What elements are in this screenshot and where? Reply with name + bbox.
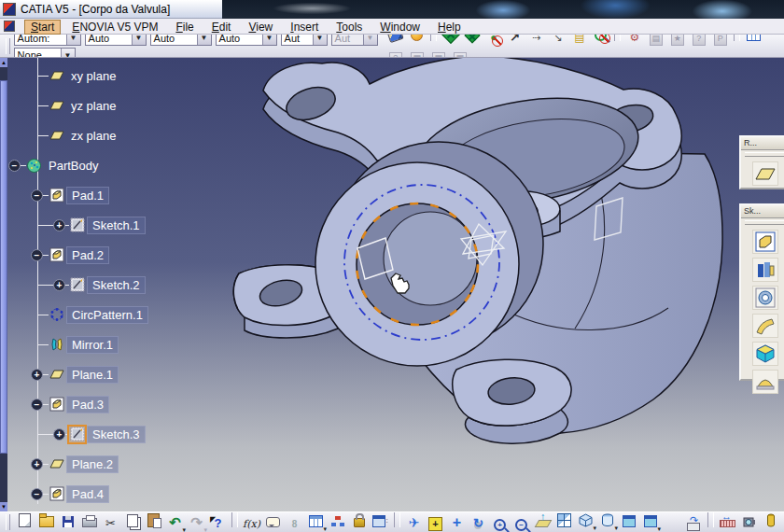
new-document-icon[interactable]: [15, 511, 35, 529]
menu-item-insert[interactable]: Insert: [284, 20, 325, 35]
whatsthis-gray-icon[interactable]: ?: [689, 35, 708, 48]
target-icon[interactable]: ↘: [548, 35, 567, 47]
measure-item-icon[interactable]: [739, 512, 759, 530]
tree-item-yz-plane[interactable]: yz plane: [0, 93, 215, 118]
pad-big-icon[interactable]: [752, 230, 778, 254]
quad-view-icon[interactable]: [554, 511, 574, 529]
menu-item-file[interactable]: File: [169, 20, 200, 35]
catalog-icon[interactable]: [744, 35, 763, 44]
tree-item-label[interactable]: Plane.2: [66, 455, 119, 473]
wizard-gray-icon[interactable]: ★: [667, 35, 687, 48]
menu-item-enovia-v5-vpm[interactable]: ENOVIA V5 VPM: [65, 20, 164, 35]
sketch-icon[interactable]: [69, 427, 85, 442]
tree-item-label[interactable]: Pad.4: [66, 485, 109, 503]
examine-mode-icon[interactable]: [462, 35, 482, 45]
cut-icon[interactable]: ✂: [101, 514, 120, 532]
tree-item-sketch-1[interactable]: Sketch.1: [0, 213, 215, 237]
grid1-gray-icon[interactable]: ▦: [407, 49, 427, 58]
sketch-icon[interactable]: [69, 277, 85, 293]
tree-item-plane-2[interactable]: Plane.2: [0, 452, 215, 476]
tree-item-plane-1[interactable]: Plane.1: [0, 362, 215, 386]
turn-head-icon[interactable]: ●: [483, 35, 503, 47]
rib-icon[interactable]: [752, 314, 778, 338]
tree-item-pad-4[interactable]: Pad.4: [0, 482, 215, 506]
undo-icon[interactable]: ↶▾: [165, 513, 185, 531]
pad-icon[interactable]: [49, 486, 64, 502]
tree-item-pad-3[interactable]: Pad.3: [0, 392, 215, 416]
properties-combo-0[interactable]: Autom: ▼: [14, 35, 81, 46]
tree-item-label[interactable]: Mirror.1: [66, 336, 119, 354]
docked-panel-0[interactable]: R...: [739, 135, 784, 189]
measure-icon[interactable]: ↔: [718, 511, 737, 529]
pad-icon[interactable]: [49, 188, 64, 203]
normal-view-icon[interactable]: ↑: [533, 511, 553, 529]
chain-gray-icon[interactable]: 8: [285, 515, 304, 532]
iso-view-icon[interactable]: ▾: [576, 511, 595, 529]
pad-icon[interactable]: [49, 397, 64, 413]
partbody-icon[interactable]: [26, 158, 42, 174]
tree-item-label[interactable]: xy plane: [66, 68, 120, 84]
plane-icon[interactable]: [49, 98, 64, 114]
report-gray-icon[interactable]: ▤: [646, 35, 665, 48]
tree-item-label[interactable]: PartBody: [44, 158, 103, 174]
tree-item-label[interactable]: Pad.3: [66, 396, 109, 413]
docked-panel-1[interactable]: Sk...: [739, 203, 784, 381]
properties-combo-3[interactable]: Auto ▼: [216, 35, 277, 46]
menu-item-tools[interactable]: Tools: [329, 20, 369, 35]
combo-dropdown-arrow[interactable]: ▼: [61, 49, 75, 59]
properties-combo-2[interactable]: Auto ▼: [150, 35, 212, 46]
tree-item-label[interactable]: zx plane: [66, 128, 120, 144]
sketch-icon[interactable]: [69, 217, 85, 233]
tree-item-sketch-2[interactable]: Sketch.2: [0, 273, 215, 297]
print-icon[interactable]: [79, 511, 99, 529]
render-style-icon[interactable]: ▾: [597, 511, 617, 529]
combo-dropdown-arrow[interactable]: ▼: [313, 35, 327, 45]
panel-title[interactable]: Sk...: [741, 205, 784, 218]
properties-combo-1[interactable]: Auto ▼: [85, 35, 147, 46]
fit-all-icon[interactable]: +: [426, 515, 445, 532]
fly-pointer-icon[interactable]: ↗: [505, 35, 525, 46]
document-icon[interactable]: [4, 21, 15, 32]
zoom-disabled-icon[interactable]: [591, 35, 610, 44]
tree-item-partbody[interactable]: PartBody: [0, 153, 215, 177]
paint-brush-icon[interactable]: [385, 35, 405, 44]
hole-icon[interactable]: [752, 286, 778, 310]
properties-combo-6[interactable]: None ▼: [14, 48, 76, 59]
grid2-gray-icon[interactable]: ▦: [428, 49, 448, 58]
rotate-icon[interactable]: ↻: [469, 514, 488, 532]
tree-item-pad-1[interactable]: Pad.1: [0, 183, 215, 207]
menu-item-view[interactable]: View: [242, 20, 279, 35]
save-icon[interactable]: [58, 512, 77, 530]
copy-icon[interactable]: [122, 511, 142, 529]
dome-icon[interactable]: [752, 370, 778, 394]
combo-dropdown-arrow[interactable]: ▼: [197, 35, 211, 45]
swap-visible-icon[interactable]: ▾: [640, 512, 660, 530]
toolbar-grip[interactable]: [6, 38, 10, 54]
combo-dropdown-arrow[interactable]: ▼: [132, 35, 146, 45]
panel-title[interactable]: R...: [741, 137, 784, 150]
lock-icon[interactable]: [349, 511, 369, 529]
swap-space-icon[interactable]: ↷: [684, 515, 704, 532]
paste-icon[interactable]: [144, 511, 163, 529]
chat-icon[interactable]: [263, 514, 283, 532]
tree-item-label[interactable]: Sketch.1: [87, 217, 146, 234]
plane-icon[interactable]: [49, 456, 64, 472]
fly-mode-icon[interactable]: [441, 35, 460, 44]
update-disabled-icon[interactable]: ⚙: [624, 35, 644, 47]
design-table-icon[interactable]: ▾: [306, 512, 326, 530]
tree-item-circpattern-1[interactable]: CircPattern.1: [0, 302, 215, 327]
redo-icon[interactable]: ↷▾: [187, 513, 206, 531]
tree-item-label[interactable]: CircPattern.1: [66, 306, 148, 324]
formula-icon[interactable]: f(x): [242, 515, 261, 532]
pan-icon[interactable]: +: [447, 513, 467, 531]
circpattern-icon[interactable]: [49, 307, 64, 323]
properties-combo-4[interactable]: Aut ▼: [281, 35, 328, 46]
accelerate-icon[interactable]: ⇢: [526, 35, 546, 47]
tree-item-label[interactable]: Sketch.2: [87, 276, 146, 294]
grid3-gray-icon[interactable]: ▦: [450, 49, 469, 58]
list-pointer-icon[interactable]: ▤: [569, 35, 589, 47]
mass-properties-icon[interactable]: [761, 511, 780, 529]
tree-item-label[interactable]: yz plane: [66, 98, 120, 114]
menu-item-window[interactable]: Window: [373, 20, 427, 35]
plane-icon[interactable]: [49, 367, 64, 383]
